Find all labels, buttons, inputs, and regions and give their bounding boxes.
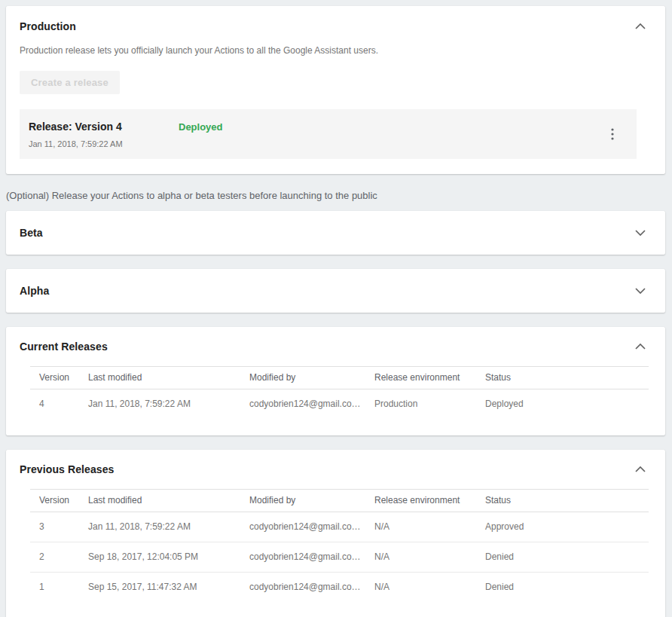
table-row: 2 Sep 18, 2017, 12:04:05 PM codyobrien12…	[30, 542, 649, 573]
previous-releases-card: Previous Releases Version Last modified …	[6, 450, 665, 617]
column-header-status: Status	[476, 367, 649, 389]
cell-last-modified: Jan 11, 2018, 7:59:22 AM	[79, 512, 240, 542]
chevron-up-icon	[635, 463, 646, 475]
cell-last-modified: Jan 11, 2018, 7:59:22 AM	[79, 389, 240, 420]
beta-title: Beta	[20, 227, 43, 239]
table-header-row: Version Last modified Modified by Releas…	[30, 367, 649, 389]
alpha-card-header[interactable]: Alpha	[6, 269, 665, 313]
table-row: 4 Jan 11, 2018, 7:59:22 AM codyobrien124…	[30, 389, 649, 420]
production-title: Production	[20, 20, 76, 32]
cell-modified-by: codyobrien124@gmail.co…	[240, 512, 365, 542]
release-version-label: Release: Version 4	[29, 121, 179, 133]
column-header-last-modified: Last modified	[79, 367, 240, 389]
previous-releases-title: Previous Releases	[20, 463, 114, 475]
cell-version: 4	[30, 389, 79, 420]
column-header-version: Version	[30, 490, 79, 512]
previous-releases-collapse-button[interactable]	[632, 463, 649, 475]
current-releases-title: Current Releases	[20, 341, 108, 353]
alpha-expand-button[interactable]	[632, 285, 649, 297]
previous-releases-table: Version Last modified Modified by Releas…	[30, 489, 649, 602]
cell-modified-by: codyobrien124@gmail.co…	[240, 573, 365, 603]
cell-status: Denied	[476, 573, 649, 603]
previous-releases-header[interactable]: Previous Releases	[20, 463, 649, 475]
releases-page: Production Production release lets you o…	[0, 0, 672, 617]
cell-modified-by: codyobrien124@gmail.co…	[240, 542, 365, 573]
production-card-header[interactable]: Production	[20, 20, 649, 32]
production-description: Production release lets you officially l…	[20, 45, 649, 56]
chevron-up-icon	[635, 341, 646, 352]
column-header-version: Version	[30, 367, 79, 389]
cell-release-environment: N/A	[365, 573, 476, 603]
release-menu-button[interactable]	[608, 125, 617, 143]
table-header-row: Version Last modified Modified by Releas…	[30, 490, 649, 512]
cell-status: Denied	[476, 542, 649, 573]
cell-version: 1	[30, 573, 79, 603]
production-card: Production Production release lets you o…	[6, 6, 665, 174]
chevron-up-icon	[635, 20, 646, 32]
table-row: 1 Sep 15, 2017, 11:47:32 AM codyobrien12…	[30, 573, 649, 603]
cell-status: Deployed	[476, 389, 649, 420]
current-releases-table: Version Last modified Modified by Releas…	[30, 366, 649, 419]
alpha-title: Alpha	[20, 285, 49, 297]
cell-release-environment: N/A	[365, 542, 476, 573]
cell-status: Approved	[476, 512, 649, 542]
deployed-release-summary: Release: Version 4 Deployed Jan 11, 2018…	[20, 109, 637, 159]
column-header-last-modified: Last modified	[79, 490, 240, 512]
beta-card-header[interactable]: Beta	[6, 211, 665, 255]
column-header-release-environment: Release environment	[365, 367, 476, 389]
column-header-release-environment: Release environment	[365, 490, 476, 512]
release-date: Jan 11, 2018, 7:59:22 AM	[29, 139, 626, 148]
kebab-menu-icon	[611, 131, 614, 142]
chevron-down-icon	[635, 285, 646, 296]
column-header-modified-by: Modified by	[240, 490, 365, 512]
alpha-card: Alpha	[6, 269, 665, 313]
beta-expand-button[interactable]	[632, 227, 649, 239]
cell-last-modified: Sep 18, 2017, 12:04:05 PM	[79, 542, 240, 573]
column-header-modified-by: Modified by	[240, 367, 365, 389]
current-releases-header[interactable]: Current Releases	[20, 341, 649, 353]
chevron-down-icon	[635, 227, 646, 238]
create-release-button[interactable]: Create a release	[20, 71, 120, 94]
table-row: 3 Jan 11, 2018, 7:59:22 AM codyobrien124…	[30, 512, 649, 542]
column-header-status: Status	[476, 490, 649, 512]
optional-note: (Optional) Release your Actions to alpha…	[6, 190, 665, 201]
release-status-badge: Deployed	[179, 121, 223, 133]
release-summary-row: Release: Version 4 Deployed	[29, 121, 626, 133]
cell-modified-by: codyobrien124@gmail.co…	[240, 389, 365, 420]
cell-release-environment: Production	[365, 389, 476, 420]
current-releases-card: Current Releases Version Last modified M…	[6, 327, 665, 435]
cell-version: 3	[30, 512, 79, 542]
cell-last-modified: Sep 15, 2017, 11:47:32 AM	[79, 573, 240, 603]
cell-release-environment: N/A	[365, 512, 476, 542]
current-releases-collapse-button[interactable]	[632, 341, 649, 353]
beta-card: Beta	[6, 211, 665, 255]
production-collapse-button[interactable]	[632, 20, 649, 32]
cell-version: 2	[30, 542, 79, 573]
